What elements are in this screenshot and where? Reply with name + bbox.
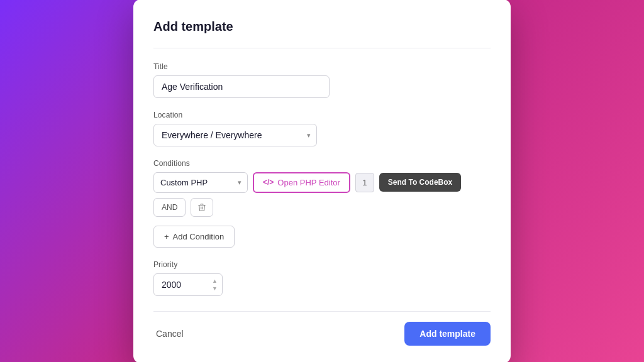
and-button[interactable]: AND: [153, 198, 186, 217]
open-php-editor-label: Open PHP Editor: [277, 178, 340, 187]
priority-label: Priority: [153, 260, 491, 269]
send-to-codebox-button[interactable]: Send To CodeBox: [379, 173, 461, 192]
modal-footer: Cancel Add template: [153, 311, 491, 346]
priority-input[interactable]: [153, 273, 223, 296]
trash-icon: [197, 203, 206, 212]
title-input[interactable]: [153, 75, 330, 98]
title-label: Title: [153, 62, 491, 71]
add-condition-plus-icon: +: [164, 232, 169, 241]
conditions-row: Custom PHP Post Type User Role Page Temp…: [153, 172, 491, 217]
condition-type-wrapper: Custom PHP Post Type User Role Page Temp…: [153, 172, 248, 193]
location-select-wrapper: Everywhere / Everywhere Homepage Single …: [153, 124, 317, 146]
open-php-editor-button[interactable]: </> Open PHP Editor: [253, 172, 350, 193]
modal-title: Add template: [153, 19, 491, 34]
add-template-button[interactable]: Add template: [404, 322, 491, 346]
conditions-label: Conditions: [153, 159, 491, 168]
conditions-field-group: Conditions Custom PHP Post Type User Rol…: [153, 159, 491, 248]
title-field-group: Title: [153, 62, 491, 98]
modal-overlay: Add template Title Location Everywhere /…: [0, 0, 644, 362]
location-select[interactable]: Everywhere / Everywhere Homepage Single …: [153, 124, 317, 146]
priority-field-group: Priority ▲ ▼: [153, 260, 491, 296]
delete-condition-button[interactable]: [191, 198, 213, 217]
modal-dialog: Add template Title Location Everywhere /…: [133, 0, 511, 362]
add-condition-label: Add Condition: [173, 232, 225, 241]
location-field-group: Location Everywhere / Everywhere Homepag…: [153, 111, 491, 146]
condition-type-select[interactable]: Custom PHP Post Type User Role Page Temp…: [153, 172, 248, 193]
php-code-icon: </>: [263, 178, 274, 187]
location-label: Location: [153, 111, 491, 119]
add-condition-button[interactable]: + Add Condition: [153, 226, 235, 248]
modal-divider: [153, 48, 491, 48]
condition-number-badge: 1: [355, 173, 374, 192]
priority-input-wrapper: ▲ ▼: [153, 273, 223, 296]
cancel-button[interactable]: Cancel: [153, 324, 186, 344]
